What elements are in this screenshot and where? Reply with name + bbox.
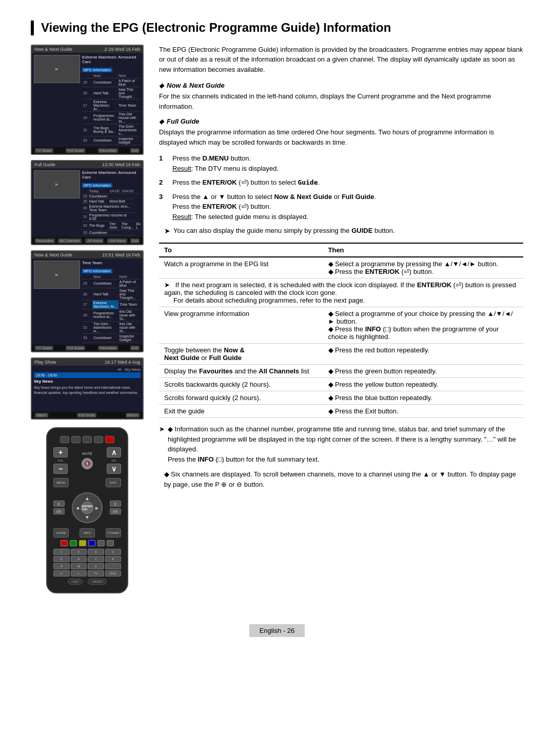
remote-nav-down: ▼ [85, 514, 90, 520]
remote-container: + VOL − MUTE 🔇 ∧ CH ∨ [31, 427, 144, 593]
remote-set-reset-row: ○SET ○RESET [53, 579, 121, 585]
remote-right-side-btns: E ER [110, 501, 121, 514]
page-footer: English - 26 [249, 624, 305, 637]
remote-ch-down[interactable]: ∨ [107, 464, 121, 474]
remote-guide-btn[interactable]: GUIDE [53, 528, 69, 538]
remote-num-0[interactable]: 0 [88, 563, 104, 569]
remote-nav-left: ◄ [75, 505, 80, 510]
remote-num-dash[interactable]: - [105, 563, 122, 569]
remote-menu-btn[interactable]: MENU [53, 478, 69, 487]
right-column: The EPG (Electronic Programme Guide) inf… [159, 45, 523, 593]
table-row-schedule-note: ➤ If the next program is selected, it is… [159, 278, 523, 307]
remote-btn-prev[interactable] [60, 436, 69, 443]
footer-wrap: English - 26 [31, 609, 523, 637]
remote-red-btn[interactable] [61, 540, 68, 546]
screen-1-header: Now & Next Guide 2-29 Wed 16 Feb [32, 46, 143, 53]
remote-num-7[interactable]: 7 [88, 556, 104, 562]
step-3: 3 Press the ▲ or ▼ button to select Now … [159, 192, 523, 222]
footer-page: 26 [287, 627, 294, 634]
screen-4-footer: WatchFull GuideReturn [32, 412, 143, 419]
table-row-view-info: View programme information ◆ Select a pr… [159, 307, 523, 344]
remote-nav-enter[interactable]: ENTER/OK [81, 502, 93, 514]
remote-num-9[interactable]: 9 [53, 563, 70, 569]
now-next-body: For the six channels indicated in the le… [159, 91, 523, 111]
remote-btn-er2[interactable]: ER [110, 508, 121, 514]
remote-vol-down[interactable]: − [53, 464, 68, 474]
remote-extra-btn[interactable] [97, 540, 105, 546]
page-title: Viewing the EPG (Electronic Programme Gu… [31, 21, 523, 35]
remote-ch-up[interactable]: ∧ [107, 447, 121, 457]
screen-3-video: ▶ [34, 261, 80, 289]
screen-3: Now & Next Guide 15:51 Wed 16 Feb ▶ Time… [31, 250, 144, 352]
screen-2-footer: FavouritesAll Channels-24 Hours+24 Hours… [32, 237, 143, 244]
table-header-to: To [159, 243, 323, 257]
bottom-note-2: ◆ Six channels are displayed. To scroll … [159, 469, 523, 489]
remote-mute-btn[interactable]: 🔇 [82, 458, 93, 469]
remote-ch-buttons: ∧ CH ∨ [107, 447, 121, 474]
remote-nav-section: E ER ▲ ▼ ◄ ► ENTER/OK E ER [53, 490, 121, 526]
remote: + VOL − MUTE 🔇 ∧ CH ∨ [46, 427, 128, 593]
remote-num-6[interactable]: 6 [71, 556, 87, 562]
remote-extra-btn2[interactable] [107, 540, 114, 546]
remote-num-5[interactable]: 5 [53, 556, 70, 562]
remote-menu-row: MENU EXIT [53, 478, 121, 487]
note-1: ➤ You can also display the guide menu si… [164, 226, 523, 236]
remote-yellow-btn[interactable] [79, 540, 86, 546]
remote-ttx-btn[interactable]: TTX/MIX [106, 528, 121, 538]
remote-btn-play[interactable] [83, 436, 92, 443]
remote-vol-ch-section: + VOL − MUTE 🔇 ∧ CH ∨ [53, 447, 121, 474]
remote-nav-ring[interactable]: ▲ ▼ ◄ ► ENTER/OK [72, 492, 103, 523]
remote-vol-buttons: + VOL − [53, 447, 68, 474]
left-column: Now & Next Guide 2-29 Wed 16 Feb ▶ Extre… [31, 45, 149, 593]
table-row-exit: Exit the guide ◆ Press the Exit button. [159, 405, 523, 418]
remote-numpad: 1 2 3 4 5 6 7 8 9 ⊕ 0 - ↩ L TV DVD [53, 549, 121, 576]
remote-nav-up: ▲ [85, 495, 90, 501]
remote-green-btn[interactable] [70, 540, 77, 546]
remote-num-tv[interactable]: TV [88, 570, 104, 576]
remote-set-btn[interactable]: ○SET [68, 579, 83, 585]
remote-num-3[interactable]: 3 [88, 549, 104, 555]
remote-btn-er[interactable]: ER [53, 508, 65, 514]
remote-exit-btn[interactable]: EXIT [106, 478, 121, 487]
remote-blue-btn[interactable] [88, 540, 95, 546]
remote-btn-e[interactable]: E [53, 501, 65, 507]
remote-num-1[interactable]: 1 [53, 549, 70, 555]
remote-btn-stop[interactable] [71, 436, 81, 443]
table-row-watch: Watch a programme in the EPG list ◆ Sele… [159, 257, 523, 278]
remote-btn-rec[interactable] [105, 436, 114, 443]
mute-label: MUTE [82, 452, 92, 455]
remote-reset-btn[interactable]: ○RESET [88, 579, 107, 585]
screen-2: Full Guide 13:30 Wed 16 Feb ▶ Extreme Ma… [31, 160, 144, 245]
remote-left-side-btns: E ER [53, 501, 65, 514]
remote-btn-e2[interactable]: E [110, 501, 121, 507]
intro-paragraph: The EPG (Electronic Programme Guide) inf… [159, 45, 523, 75]
screen-4: Play Show 16:17 Wed 4 Aug 46 - Sky News … [31, 357, 144, 420]
remote-num-dvd[interactable]: DVD [105, 570, 122, 576]
step-2: 2 Press the ENTER/OK (⏎) button to selec… [159, 177, 523, 188]
remote-num-ext[interactable]: ⊕ [71, 563, 87, 569]
now-next-title: ◆ Now & Next Guide [159, 82, 523, 89]
remote-num-4[interactable]: 4 [105, 549, 122, 555]
remote-btn-next[interactable] [94, 436, 103, 443]
screen-4-header: Play Show 16:17 Wed 4 Aug [32, 359, 143, 366]
table-row-scroll-fwd: Scrolls forward quickly (2 hours). ◆ Pre… [159, 391, 523, 405]
full-guide-body: Displays the programme information as ti… [159, 127, 523, 147]
remote-num-prev[interactable]: ↩ [53, 570, 70, 576]
remote-info-btn[interactable]: INFO [80, 528, 95, 538]
remote-transport-row [53, 436, 121, 443]
remote-color-buttons [53, 540, 121, 546]
remote-mute-center: MUTE 🔇 [82, 452, 93, 469]
ch-label: CH [107, 459, 121, 462]
screen-3-header: Now & Next Guide 15:51 Wed 16 Feb [32, 251, 143, 258]
table-row-favourites: Display the Favourites and the All Chann… [159, 365, 523, 378]
step-1: 1 Press the D.MENU button. Result: The D… [159, 153, 523, 173]
remote-vol-up[interactable]: + [53, 447, 68, 457]
screen-2-video: ▶ [34, 170, 80, 198]
remote-num-2[interactable]: 2 [71, 549, 87, 555]
vol-label: VOL [53, 459, 68, 462]
screen-1-footer: TV GuideFull GuideFavouritesExit [32, 147, 143, 154]
remote-num-l[interactable]: L [71, 570, 87, 576]
remote-num-8[interactable]: 8 [105, 556, 122, 562]
full-guide-title: ◆ Full Guide [159, 117, 523, 125]
table-row-toggle: Toggle between the Now &Next Guide or Fu… [159, 344, 523, 365]
